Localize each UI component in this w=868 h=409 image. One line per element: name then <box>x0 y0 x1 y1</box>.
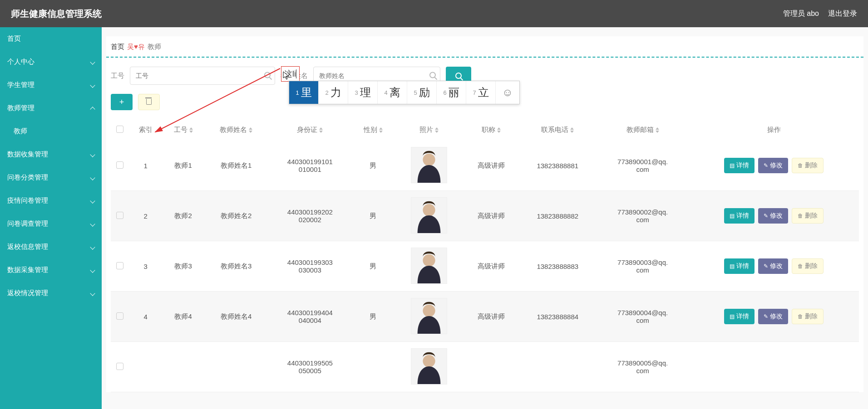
edit-icon: ✎ <box>764 162 768 169</box>
sidebar-item-return-info[interactable]: 返校信息管理 <box>0 235 102 258</box>
chevron-down-icon <box>90 175 95 180</box>
sidebar-item-survey[interactable]: 问卷调查管理 <box>0 212 102 235</box>
col-photo[interactable]: 照片 <box>394 119 464 141</box>
sidebar-item-epidemic[interactable]: 疫情问卷管理 <box>0 189 102 212</box>
cell-index <box>129 342 162 392</box>
row-checkbox[interactable] <box>116 161 123 169</box>
cell-title: 高级讲师 <box>464 292 518 342</box>
list-icon: ▤ <box>730 313 735 320</box>
chevron-down-icon <box>90 291 95 296</box>
col-name[interactable]: 教师姓名 <box>204 119 268 141</box>
cell-ops <box>689 342 859 392</box>
sidebar-item-data-acq[interactable]: 数据采集管理 <box>0 258 102 282</box>
cell-gonghao: 教师2 <box>162 191 204 241</box>
main-content: 首页 吴♥유 教师 工号 教师姓名 + <box>102 27 868 409</box>
col-title[interactable]: 职称 <box>464 119 518 141</box>
cell-gonghao: 教师1 <box>162 141 204 191</box>
cell-photo <box>394 141 464 191</box>
row-checkbox[interactable] <box>116 262 123 269</box>
cell-ops: ▤ 详情✎ 修改🗑 删除 <box>689 141 859 191</box>
ime-candidate-1[interactable]: 1里 <box>289 81 319 104</box>
ime-candidate-7[interactable]: 7立 <box>466 81 496 104</box>
search-input-gonghao[interactable] <box>130 67 275 85</box>
add-button[interactable]: + <box>111 94 133 110</box>
sidebar-item-teacher[interactable]: 教师管理 <box>0 97 102 120</box>
delete-button[interactable]: 🗑 删除 <box>792 158 824 173</box>
search-icon <box>429 72 436 80</box>
cell-photo <box>394 241 464 292</box>
search-label-gonghao: 工号 <box>111 72 124 80</box>
col-email[interactable]: 教师邮箱 <box>597 119 689 141</box>
ime-candidate-3[interactable]: 3理 <box>348 81 378 104</box>
col-gender[interactable]: 性别 <box>352 119 394 141</box>
cell-index: 4 <box>129 292 162 342</box>
col-idcard[interactable]: 身份证 <box>268 119 352 141</box>
edit-button[interactable]: ✎ 修改 <box>758 258 788 274</box>
detail-button[interactable]: ▤ 详情 <box>724 309 755 324</box>
edit-button[interactable]: ✎ 修改 <box>758 309 788 324</box>
logout-link[interactable]: 退出登录 <box>828 9 857 19</box>
chevron-down-icon <box>90 59 95 64</box>
col-gonghao[interactable]: 工号 <box>162 119 204 141</box>
cell-name: 教师姓名1 <box>204 141 268 191</box>
sidebar-item-student[interactable]: 学生管理 <box>0 73 102 97</box>
cell-idcard: 440300199303030003 <box>268 241 352 292</box>
sort-icon <box>656 127 659 133</box>
detail-button[interactable]: ▤ 详情 <box>724 258 755 274</box>
ime-candidate-6[interactable]: 6丽 <box>437 81 466 104</box>
cell-phone: 13823888882 <box>518 191 597 241</box>
cell-name: 教师姓名3 <box>204 241 268 292</box>
breadcrumb-home[interactable]: 首页 <box>111 43 124 51</box>
sidebar-item-data-collect[interactable]: 数据收集管理 <box>0 143 102 166</box>
cell-idcard: 440300199505050005 <box>268 342 352 392</box>
sidebar-item-personal[interactable]: 个人中心 <box>0 50 102 73</box>
sort-icon <box>379 127 383 133</box>
cell-phone <box>518 342 597 392</box>
sort-icon <box>570 127 574 133</box>
delete-button[interactable]: 🗑 删除 <box>792 258 824 274</box>
col-ops: 操作 <box>689 119 859 141</box>
chevron-down-icon <box>90 198 95 203</box>
cell-phone: 13823888881 <box>518 141 597 191</box>
detail-button[interactable]: ▤ 详情 <box>724 158 755 173</box>
row-checkbox[interactable] <box>116 312 123 320</box>
sidebar-item-home[interactable]: 首页 <box>0 27 102 50</box>
ime-candidate-bar[interactable]: 1里 2力 3理 4离 5励 6丽 7立 ☺ <box>289 81 520 104</box>
sort-icon <box>319 127 323 133</box>
svg-point-5 <box>423 254 435 267</box>
sidebar-item-survey-cat[interactable]: 问卷分类管理 <box>0 166 102 189</box>
cell-email: 773890002@qq.com <box>597 191 689 241</box>
select-all-checkbox[interactable] <box>116 126 123 133</box>
sidebar-subitem-teacher[interactable]: 教师 <box>0 120 102 143</box>
sort-icon <box>435 127 439 133</box>
trash-icon: 🗑 <box>798 263 803 269</box>
row-checkbox[interactable] <box>116 363 123 370</box>
sidebar-item-return-status[interactable]: 返校情况管理 <box>0 282 102 305</box>
edit-button[interactable]: ✎ 修改 <box>758 158 788 173</box>
search-icon <box>264 72 271 80</box>
ime-candidate-5[interactable]: 5励 <box>407 81 437 104</box>
ime-candidate-4[interactable]: 4离 <box>378 81 407 104</box>
bulk-delete-button[interactable] <box>138 94 160 110</box>
col-index[interactable]: 索引 <box>129 119 162 141</box>
cell-photo <box>394 191 464 241</box>
cursor-icon <box>282 71 291 81</box>
delete-button[interactable]: 🗑 删除 <box>792 208 824 224</box>
list-icon: ▤ <box>730 213 735 219</box>
edit-button[interactable]: ✎ 修改 <box>758 208 788 224</box>
delete-button[interactable]: 🗑 删除 <box>792 309 824 324</box>
col-phone[interactable]: 联系电话 <box>518 119 597 141</box>
ime-candidate-2[interactable]: 2力 <box>319 81 348 104</box>
detail-button[interactable]: ▤ 详情 <box>724 208 755 224</box>
chevron-up-icon <box>90 107 95 112</box>
cell-title: 高级讲师 <box>464 241 518 292</box>
cell-name: 教师姓名4 <box>204 292 268 342</box>
cell-photo <box>394 292 464 342</box>
ime-emoji-button[interactable]: ☺ <box>496 81 519 104</box>
cell-title <box>464 342 518 392</box>
list-icon: ▤ <box>730 263 735 269</box>
row-checkbox[interactable] <box>116 212 123 219</box>
admin-name[interactable]: 管理员 abo <box>783 9 819 19</box>
cell-gonghao: 教师4 <box>162 292 204 342</box>
svg-point-9 <box>423 355 435 367</box>
